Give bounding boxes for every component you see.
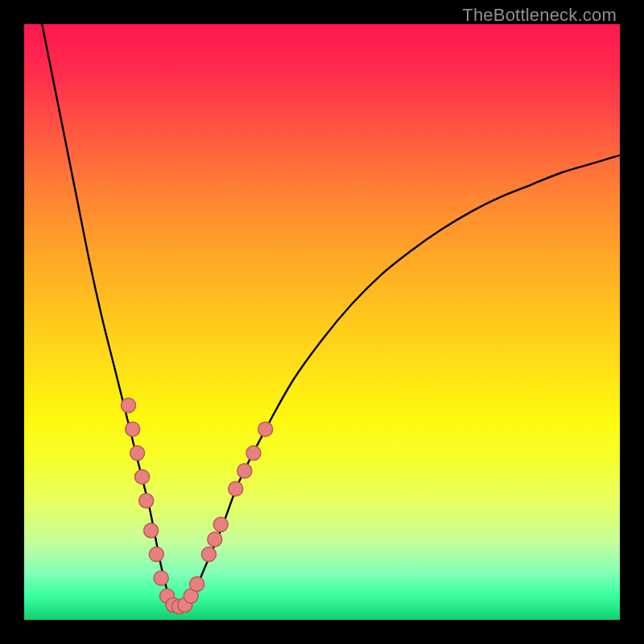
- curve-marker: [149, 547, 163, 562]
- curve-marker: [154, 571, 168, 585]
- curve-marker: [144, 523, 159, 538]
- curve-marker: [126, 422, 140, 436]
- curve-marker: [258, 422, 273, 436]
- chart-frame: TheBottleneck.com: [0, 0, 644, 644]
- curve-marker: [201, 547, 216, 562]
- curve-marker: [122, 398, 136, 413]
- curve-marker: [190, 577, 204, 592]
- curve-marker: [229, 481, 243, 496]
- curve-marker: [130, 446, 145, 460]
- curve-marker: [246, 446, 261, 460]
- curve-marker: [237, 464, 252, 478]
- curve-markers: [122, 398, 273, 614]
- curve-marker: [139, 493, 154, 508]
- watermark-text: TheBottleneck.com: [462, 5, 617, 26]
- curve-marker: [213, 518, 228, 532]
- curve-svg: [24, 24, 620, 620]
- curve-marker: [135, 469, 150, 484]
- plot-area: [24, 24, 620, 620]
- bottleneck-curve: [42, 24, 620, 609]
- curve-marker: [208, 532, 222, 547]
